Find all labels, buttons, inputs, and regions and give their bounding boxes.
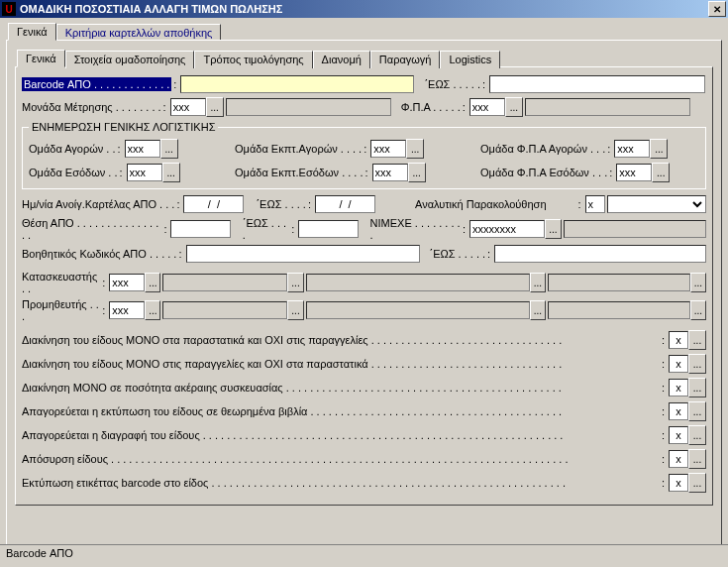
nimexe-desc <box>564 220 706 238</box>
bool-row-0: Διακίνηση του είδους ΜΟΝΟ στα παραστατικ… <box>22 330 706 350</box>
gl-discpurch-label: Ομάδα Εκπτ.Αγορών . . . . <box>235 143 362 155</box>
bool-input-5[interactable] <box>669 450 688 468</box>
bool-label-2: Διακίνηση ΜΟΝΟ σε ποσότητα ακέραιης συσκ… <box>22 382 562 394</box>
bool-row-2: Διακίνηση ΜΟΝΟ σε ποσότητα ακέραιης συσκ… <box>22 378 706 397</box>
manuf-lookup2[interactable]: ... <box>287 273 303 292</box>
gl-vatrev-code[interactable] <box>616 164 652 181</box>
gl-rev-code[interactable] <box>127 164 162 181</box>
manuf-lookup[interactable]: ... <box>145 273 160 292</box>
gl-vatpurch-lookup[interactable]: ... <box>650 139 668 159</box>
vat-desc <box>525 98 690 116</box>
bool-input-2[interactable] <box>669 379 688 397</box>
vat-label: Φ.Π.Α . . . . . <box>401 101 461 113</box>
outer-tabs: Γενικά Κριτήρια καρτελλών αποθήκης <box>8 23 722 41</box>
gl-rev-lookup[interactable]: ... <box>162 163 180 182</box>
manuf-desc3 <box>548 274 690 291</box>
open-date-to[interactable] <box>315 195 375 213</box>
gl-discpurch-code[interactable] <box>370 140 406 158</box>
barcode-from-input[interactable] <box>180 75 414 93</box>
manuf-lookup4[interactable]: ... <box>690 273 706 292</box>
bool-row-1: Διακίνηση του είδους ΜΟΝΟ στις παραγγελί… <box>22 354 706 374</box>
pos-to-label: ΄ΕΩΣ . . . . <box>243 217 289 241</box>
pos-to[interactable] <box>298 220 359 238</box>
vat-lookup-button[interactable]: ... <box>505 97 523 117</box>
bool-lookup-1[interactable]: ... <box>688 354 706 374</box>
gl-discrev-lookup[interactable]: ... <box>408 163 426 182</box>
gl-purch-code[interactable] <box>125 140 160 158</box>
tab-distribution[interactable]: Διανομή <box>313 51 370 68</box>
window-title: ΟΜΑΔΙΚΗ ΠΟΣΟΣΤΙΑΙΑ ΑΛΛΑΓΗ ΤΙΜΩΝ ΠΩΛΗΣΗΣ <box>20 3 282 15</box>
open-date-from[interactable] <box>183 195 244 213</box>
bool-lookup-6[interactable]: ... <box>688 473 706 493</box>
bool-row-4: Απαγορεύεται η διαγραφή του είδους . . .… <box>22 425 706 445</box>
supplier-code[interactable] <box>109 301 145 319</box>
supplier-lookup[interactable]: ... <box>145 300 160 320</box>
bool-lookup-2[interactable]: ... <box>688 378 706 397</box>
gl-group-legend: ΕΝΗΜΕΡΩΣΗ ΓΕΝΙΚΗΣ ΛΟΓΙΣΤΙΚΗΣ <box>29 121 218 133</box>
manuf-lookup3[interactable]: ... <box>530 273 546 292</box>
bool-lookup-5[interactable]: ... <box>688 449 706 469</box>
aux-code-label: Βοηθητικός Κωδικός ΑΠΟ . . . . . <box>22 248 176 260</box>
open-date-label: Ημ/νία Ανοίγ.Καρτέλας ΑΠΟ . . . <box>22 198 174 210</box>
barcode-to-label: ΄ΕΩΣ . . . . . <box>424 78 480 90</box>
unit-label: Μονάδα Μέτρησης . . . . . . . . <box>22 101 161 113</box>
aux-code-to[interactable] <box>494 245 706 263</box>
analytic-select[interactable] <box>607 195 706 213</box>
app-icon: U <box>2 2 16 16</box>
bool-label-5: Απόσυρση είδους . . . . . . . . . . . . … <box>22 453 569 465</box>
supplier-lookup4[interactable]: ... <box>690 300 706 320</box>
tab-logistics[interactable]: Logistics <box>440 51 500 68</box>
gl-discrev-code[interactable] <box>372 164 408 181</box>
gl-rev-label: Ομάδα Εσόδων . . <box>29 167 117 178</box>
bool-lookup-3[interactable]: ... <box>688 401 706 421</box>
barcode-to-input[interactable] <box>489 75 705 93</box>
gl-group: ΕΝΗΜΕΡΩΣΗ ΓΕΝΙΚΗΣ ΛΟΓΙΣΤΙΚΗΣ Ομάδα Αγορώ… <box>22 121 706 189</box>
unit-desc <box>226 98 391 116</box>
nimexe-code[interactable] <box>469 220 545 238</box>
bool-input-6[interactable] <box>669 474 688 492</box>
tab-production[interactable]: Παραγωγή <box>370 51 441 68</box>
nimexe-lookup[interactable]: ... <box>545 219 562 239</box>
gl-discrev-label: Ομάδα Εκπτ.Εσόδων . . . . <box>235 167 364 178</box>
gl-vatpurch-code[interactable] <box>614 140 650 158</box>
tab-grouping[interactable]: Στοιχεία ομαδοποίησης <box>65 51 195 68</box>
vat-code[interactable] <box>469 98 505 116</box>
pos-from[interactable] <box>170 220 231 238</box>
manuf-desc2 <box>306 274 530 291</box>
bool-input-0[interactable] <box>669 331 688 349</box>
inner-tabs: Γενικά Στοιχεία ομαδοποίησης Τρόπος τιμο… <box>17 50 713 67</box>
tab-general-outer[interactable]: Γενικά <box>8 23 56 41</box>
supplier-label: Προμηθευτής . . . <box>22 298 100 322</box>
nimexe-label: ΝΙΜΕΧΕ . . . . . . . . . <box>370 217 461 241</box>
aux-code-to-label: ΄ΕΩΣ . . . . . <box>430 248 486 260</box>
bool-label-6: Εκτύπωση ετικέττας barcode στο είδος . .… <box>22 477 566 489</box>
bool-lookup-0[interactable]: ... <box>688 330 706 350</box>
bool-label-0: Διακίνηση του είδους ΜΟΝΟ στα παραστατικ… <box>22 334 562 346</box>
close-button[interactable]: ✕ <box>708 1 726 17</box>
status-text: Barcode ΑΠΟ <box>6 547 73 559</box>
gl-purch-lookup[interactable]: ... <box>160 139 178 159</box>
supplier-desc1 <box>162 301 287 319</box>
unit-code[interactable] <box>170 98 206 116</box>
supplier-lookup3[interactable]: ... <box>530 300 546 320</box>
bool-label-3: Απαγορεύεται η εκτύπωση του είδους σε θε… <box>22 405 562 417</box>
supplier-desc2 <box>306 301 530 319</box>
gl-vatrev-lookup[interactable]: ... <box>652 163 670 182</box>
bool-row-5: Απόσυρση είδους . . . . . . . . . . . . … <box>22 449 706 469</box>
bool-lookup-4[interactable]: ... <box>688 425 706 445</box>
bool-input-1[interactable] <box>669 355 688 373</box>
analytic-code[interactable] <box>585 195 605 213</box>
titlebar: U ΟΜΑΔΙΚΗ ΠΟΣΟΣΤΙΑΙΑ ΑΛΛΑΓΗ ΤΙΜΩΝ ΠΩΛΗΣΗ… <box>0 0 728 18</box>
tab-pricing[interactable]: Τρόπος τιμολόγησης <box>194 51 312 68</box>
supplier-lookup2[interactable]: ... <box>287 300 303 320</box>
aux-code-from[interactable] <box>186 245 420 263</box>
barcode-from-label: Barcode ΑΠΟ . . . . . . . . . . . . . <box>22 77 171 91</box>
gl-vatpurch-label: Ομάδα Φ.Π.Α Αγορών . . . <box>480 143 605 155</box>
gl-discpurch-lookup[interactable]: ... <box>406 139 424 159</box>
bool-input-4[interactable] <box>669 426 688 444</box>
bool-input-3[interactable] <box>669 402 688 420</box>
manuf-code[interactable] <box>109 274 145 291</box>
bool-label-1: Διακίνηση του είδους ΜΟΝΟ στις παραγγελί… <box>22 358 562 370</box>
unit-lookup-button[interactable]: ... <box>206 97 224 117</box>
tab-general-inner[interactable]: Γενικά <box>17 50 65 67</box>
